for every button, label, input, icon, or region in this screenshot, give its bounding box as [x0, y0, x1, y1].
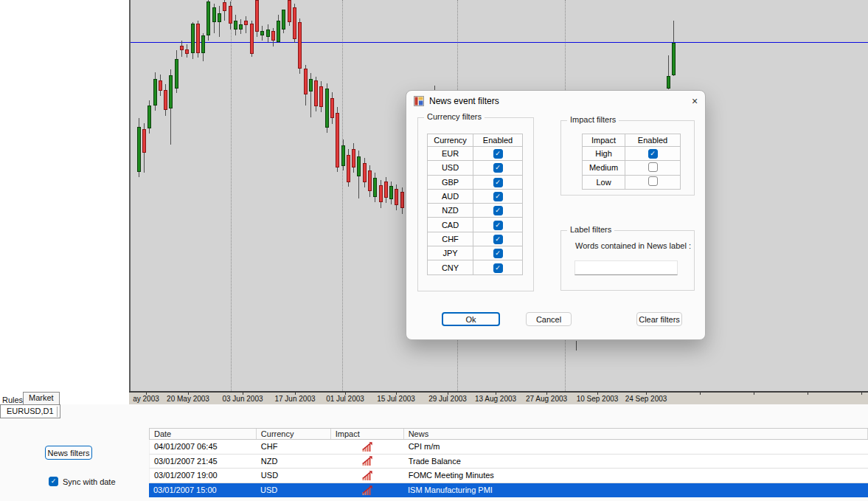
news-table-row[interactable]: 03/01/2007 15:00USD ISM Manufacturing PM…	[149, 483, 868, 498]
currency-filter-chf-checkbox[interactable]: ✓	[493, 235, 503, 244]
bull-candle	[234, 21, 237, 30]
dialog-titlebar[interactable]: News event filters ×	[406, 91, 705, 111]
clear-filters-button[interactable]: Clear filters	[636, 312, 682, 326]
currency-filter-cad-checkbox[interactable]: ✓	[493, 221, 503, 230]
currency-filter-enabled-cell: ✓	[473, 246, 523, 260]
dialog-title: News event filters	[429, 91, 499, 111]
currency-filter-label: CAD	[428, 218, 473, 232]
impact-filter-medium-checkbox[interactable]	[648, 162, 658, 172]
label-filter-input[interactable]	[574, 260, 678, 275]
column-header-currency[interactable]: Currency	[257, 429, 331, 439]
time-axis-tick	[345, 393, 346, 395]
bull-candle	[389, 186, 393, 199]
impact-filter-enabled-cell	[625, 175, 681, 189]
bear-candle	[288, 0, 291, 22]
impact-high-icon	[362, 471, 372, 480]
impact-filter-enabled-cell	[625, 161, 681, 175]
label-filters-group: Label filters Words contained in News la…	[560, 230, 695, 291]
time-axis-tick	[496, 393, 496, 395]
chart-left-border	[129, 0, 131, 391]
currency-filter-eur-checkbox[interactable]: ✓	[493, 149, 503, 159]
impact-filter-high-checkbox[interactable]: ✓	[648, 149, 658, 159]
currency-filter-usd-checkbox[interactable]: ✓	[493, 163, 503, 173]
bear-candle	[347, 155, 350, 182]
bull-candle	[218, 13, 221, 22]
bear-candle	[395, 189, 398, 205]
bear-candle	[330, 98, 334, 118]
bear-candle	[352, 149, 355, 167]
impact-filter-label: Medium	[583, 161, 625, 175]
news-filters-button[interactable]: News filters	[45, 446, 92, 460]
impact-filter-row-high: High✓	[583, 147, 681, 161]
bear-candle	[223, 2, 226, 11]
impact-filters-table: Impact Enabled High✓MediumLow	[582, 134, 681, 190]
currency-filter-jpy-checkbox[interactable]: ✓	[493, 249, 503, 258]
time-axis-tick	[396, 393, 397, 395]
currency-filter-row-usd: USD✓	[428, 161, 523, 175]
column-header-news[interactable]: News	[404, 429, 868, 439]
tab-market[interactable]: Market	[23, 392, 60, 404]
news-currency: NZD	[257, 455, 331, 469]
bull-candle	[206, 1, 210, 35]
bear-candle	[271, 31, 275, 41]
currency-filter-enabled-cell: ✓	[473, 175, 523, 189]
news-currency: USD	[256, 483, 330, 498]
bull-candle	[341, 145, 345, 166]
impact-filter-label: Low	[583, 175, 625, 189]
bull-candle	[667, 76, 670, 89]
column-header-date[interactable]: Date	[150, 429, 257, 439]
currency-filter-gbp-checkbox[interactable]: ✓	[493, 178, 503, 187]
impact-filter-label: High	[583, 147, 625, 161]
currency-filter-cny-checkbox[interactable]: ✓	[493, 263, 503, 273]
time-axis-tick	[597, 393, 598, 395]
currency-filter-row-gbp: GBP✓	[428, 175, 523, 189]
bear-candle	[164, 90, 167, 110]
time-axis-tick	[808, 393, 808, 395]
news-impact	[331, 455, 404, 469]
news-impact	[331, 440, 404, 454]
time-axis-tick	[754, 393, 754, 395]
currency-filters-table: Currency Enabled EUR✓USD✓GBP✓AUD✓NZD✓CAD…	[427, 134, 523, 275]
chart-gridline	[342, 0, 343, 391]
left-margin	[0, 0, 129, 391]
bear-candle	[314, 80, 318, 106]
time-axis-tick	[243, 393, 243, 395]
candle-wick	[576, 341, 577, 350]
bull-candle	[357, 156, 361, 176]
impact-filter-low-checkbox[interactable]	[648, 176, 658, 186]
bear-candle	[142, 129, 146, 153]
news-date: 03/01/2007 15:00	[149, 483, 256, 498]
sync-with-date-checkbox[interactable]: ✓	[49, 477, 58, 486]
currency-filter-row-cad: CAD✓	[428, 218, 523, 232]
currency-filter-aud-checkbox[interactable]: ✓	[493, 192, 503, 201]
bull-candle	[260, 31, 264, 35]
column-header-impact[interactable]: Impact	[331, 429, 404, 439]
bear-candle	[196, 24, 200, 53]
ok-button[interactable]: Ok	[442, 312, 500, 326]
tab-symbol-eurusd-d1[interactable]: EURUSD,D1	[0, 404, 60, 418]
news-table-header: Date Currency Impact News	[149, 428, 868, 440]
tab-rules[interactable]: Rules	[2, 395, 23, 404]
cancel-button[interactable]: Cancel	[526, 312, 572, 326]
news-table-row[interactable]: 04/01/2007 06:45CHF CPI m/m	[149, 440, 868, 455]
news-table-row[interactable]: 03/01/2007 19:00USD FOMC Meeting Minutes	[149, 469, 868, 483]
app-window: ay 200320 May 200303 Jun 200317 Jun 2003…	[0, 0, 868, 501]
time-axis-tick	[448, 393, 448, 395]
news-date: 03/01/2007 19:00	[150, 469, 257, 483]
currency-filter-label: NZD	[428, 204, 473, 218]
news-title: ISM Manufacturing PMI	[403, 483, 868, 498]
bear-candle	[255, 0, 259, 32]
close-icon[interactable]: ×	[687, 94, 702, 108]
bear-candle	[244, 21, 248, 25]
bear-candle	[229, 6, 232, 24]
time-axis-label: 01 Jul 2003	[326, 395, 364, 403]
bull-candle	[277, 21, 280, 42]
bear-candle	[384, 182, 388, 198]
bull-candle	[266, 30, 270, 37]
currency-filter-enabled-cell: ✓	[473, 232, 523, 246]
news-table-row[interactable]: 03/01/2007 21:45NZD Trade Balance	[149, 455, 868, 469]
currency-filter-enabled-cell: ✓	[473, 204, 523, 218]
bear-candle	[363, 163, 367, 182]
currency-filter-nzd-checkbox[interactable]: ✓	[493, 206, 503, 215]
time-axis-label: ay 2003	[133, 395, 159, 403]
